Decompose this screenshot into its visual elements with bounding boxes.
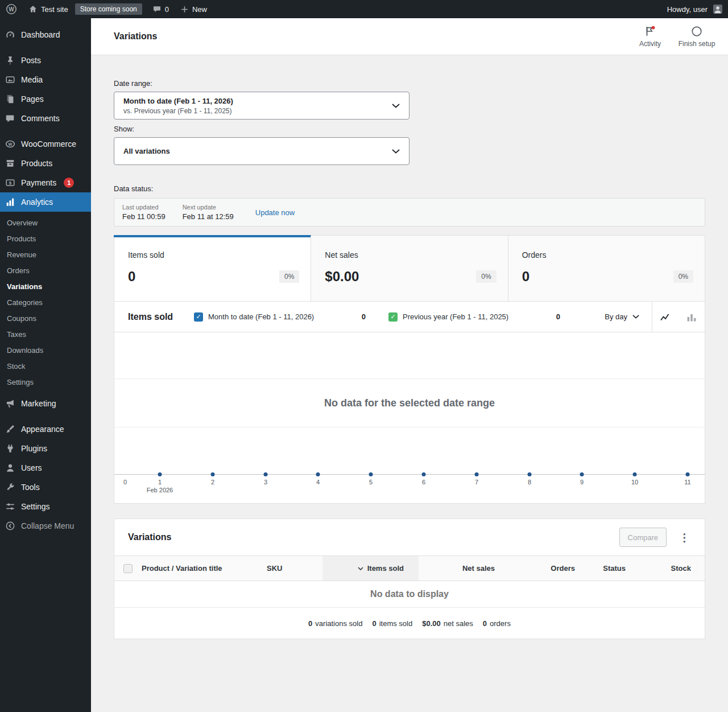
sidebar-subitem-settings[interactable]: Settings	[0, 374, 91, 390]
axis-tick-label: 5	[369, 479, 373, 485]
axis-tick-label: 6	[422, 479, 425, 485]
chart-panel: Items sold Month to date (Feb 1 - 11, 20…	[114, 302, 705, 504]
sidebar-item-users[interactable]: Users	[0, 458, 91, 478]
axis-dot	[264, 472, 268, 476]
column-items-sold[interactable]: Items sold	[322, 556, 419, 581]
wp-logo-button[interactable]: W	[0, 0, 23, 18]
admin-layout: Dashboard Posts Media	[0, 18, 728, 712]
compare-button[interactable]: Compare	[619, 528, 667, 547]
ellipsis-menu-button[interactable]: ⋮	[675, 530, 694, 545]
column-stock[interactable]: Stock	[632, 556, 705, 581]
svg-text:W: W	[9, 142, 13, 147]
sidebar-item-comments[interactable]: Comments	[0, 109, 91, 128]
interval-select[interactable]: By day	[592, 312, 652, 321]
axis-tick-label: 2	[211, 479, 214, 485]
total-items-sold: 0 items sold	[372, 619, 412, 628]
svg-text:$: $	[9, 180, 12, 186]
sidebar-subitem-orders[interactable]: Orders	[0, 262, 91, 278]
checkbox-current-period[interactable]	[194, 312, 203, 322]
admin-bar-comments-button[interactable]: 0	[147, 0, 175, 18]
activity-label: Activity	[639, 40, 661, 48]
summary-tile-net-sales[interactable]: Net sales $0.00 0%	[311, 236, 507, 301]
sidebar-item-label: Analytics	[21, 197, 53, 207]
tile-label: Orders	[522, 250, 693, 260]
axis-dot	[475, 472, 479, 476]
comment-bubble-icon	[152, 5, 162, 14]
activity-button[interactable]: Activity	[627, 22, 673, 51]
legend-label: Previous year (Feb 1 - 11, 2025)	[403, 312, 551, 321]
sidebar-item-media[interactable]: Media	[0, 70, 91, 89]
bar-chart-toggle[interactable]	[679, 302, 705, 332]
column-status[interactable]: Status	[584, 556, 632, 581]
finish-setup-button[interactable]: Finish setup	[673, 22, 720, 51]
last-updated-block: Last updated Feb 11 00:59	[122, 204, 166, 221]
summary-tile-orders[interactable]: Orders 0 0%	[508, 236, 705, 301]
sidebar-subitem-coupons[interactable]: Coupons	[0, 310, 91, 326]
column-orders[interactable]: Orders	[507, 556, 584, 581]
sidebar-item-plugins[interactable]: Plugins	[0, 439, 91, 458]
sidebar-subitem-categories[interactable]: Categories	[0, 294, 91, 310]
legend-current-period[interactable]: Month to date (Feb 1 - 11, 2026) 0	[194, 312, 366, 322]
column-product-title[interactable]: Product / Variation title	[142, 556, 267, 581]
sidebar-subitem-variations[interactable]: Variations	[0, 278, 91, 294]
sidebar-item-label: Users	[21, 463, 42, 472]
site-name-button[interactable]: Test site	[23, 0, 74, 18]
tile-delta-badge: 0%	[673, 270, 693, 283]
sidebar-subitem-stock[interactable]: Stock	[0, 358, 91, 374]
column-net-sales[interactable]: Net sales	[419, 556, 507, 581]
date-range-secondary: vs. Previous year (Feb 1 - 11, 2025)	[123, 107, 233, 115]
my-account-button[interactable]: Howdy, user	[661, 0, 728, 18]
sidebar-item-posts[interactable]: Posts	[0, 51, 91, 70]
sidebar-item-products[interactable]: Products	[0, 154, 91, 173]
update-now-link[interactable]: Update now	[255, 208, 295, 217]
sidebar-subitem-revenue[interactable]: Revenue	[0, 246, 91, 262]
total-value: $0.00	[422, 619, 441, 628]
svg-text:W: W	[9, 6, 14, 13]
wordpress-admin-page: W Test site Store coming soon 0	[0, 0, 728, 712]
sidebar-item-pages[interactable]: Pages	[0, 89, 91, 109]
collapse-menu-button[interactable]: Collapse Menu	[0, 516, 91, 536]
sidebar-item-payments[interactable]: $ Payments 1	[0, 173, 91, 192]
table-column-headers: Product / Variation title SKU Items sold…	[114, 555, 705, 581]
sidebar-subitem-taxes[interactable]: Taxes	[0, 326, 91, 342]
payments-count-badge: 1	[64, 178, 74, 188]
bar-chart-icon	[686, 311, 697, 323]
sidebar-item-tools[interactable]: Tools	[0, 478, 91, 497]
finish-setup-label: Finish setup	[679, 40, 715, 48]
sidebar-item-label: Tools	[21, 483, 40, 492]
sidebar-subitem-overview[interactable]: Overview	[0, 215, 91, 231]
show-select[interactable]: All variations	[114, 137, 410, 165]
axis-tick-label: 7	[475, 479, 478, 485]
column-sku[interactable]: SKU	[267, 556, 322, 581]
sidebar-item-label: Media	[21, 75, 43, 84]
line-chart-toggle[interactable]	[652, 302, 679, 332]
sidebar-item-analytics[interactable]: Analytics	[0, 192, 91, 212]
legend-previous-period[interactable]: Previous year (Feb 1 - 11, 2025) 0	[388, 312, 560, 322]
chart-title: Items sold	[114, 312, 194, 322]
submenu-label: Categories	[7, 298, 43, 307]
checkbox-previous-period[interactable]	[388, 312, 398, 322]
sidebar-subitem-products[interactable]: Products	[0, 231, 91, 246]
comments-icon	[5, 113, 16, 124]
sidebar-item-dashboard[interactable]: Dashboard	[0, 25, 91, 44]
last-updated-value: Feb 11 00:59	[122, 212, 166, 221]
wrench-icon	[5, 481, 16, 493]
sidebar-item-marketing[interactable]: Marketing	[0, 394, 91, 413]
sidebar-item-appearance[interactable]: Appearance	[0, 419, 91, 439]
sidebar-subitem-downloads[interactable]: Downloads	[0, 342, 91, 358]
sidebar-item-label: Pages	[21, 94, 44, 104]
next-update-label: Next update	[183, 204, 234, 211]
date-range-value: Month to date (Feb 1 - 11, 2026) vs. Pre…	[123, 97, 233, 115]
chart-plot-area: No data for the selected date range	[114, 332, 705, 475]
axis-dot	[686, 472, 690, 476]
sidebar-item-woocommerce[interactable]: W WooCommerce	[0, 134, 91, 154]
select-all-checkbox[interactable]	[123, 564, 133, 573]
new-content-button[interactable]: New	[175, 0, 213, 18]
date-range-select[interactable]: Month to date (Feb 1 - 11, 2026) vs. Pre…	[114, 92, 410, 120]
sidebar-item-settings[interactable]: Settings	[0, 497, 91, 516]
summary-tile-items-sold[interactable]: Items sold 0 0%	[114, 236, 311, 301]
submenu-label: Orders	[7, 266, 30, 275]
sidebar-item-label: WooCommerce	[21, 139, 76, 149]
axis-tick-label: 8	[528, 479, 531, 485]
axis-dot	[580, 472, 584, 476]
